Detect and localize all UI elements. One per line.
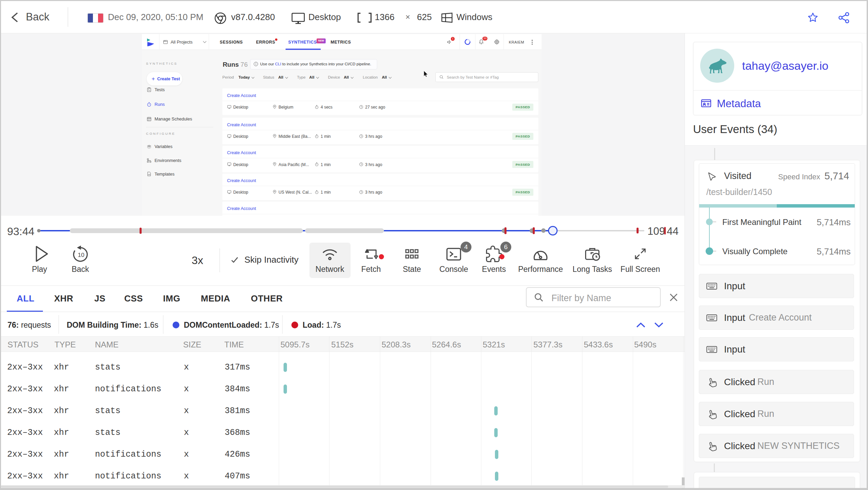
svg-text:10: 10 [78, 251, 84, 258]
